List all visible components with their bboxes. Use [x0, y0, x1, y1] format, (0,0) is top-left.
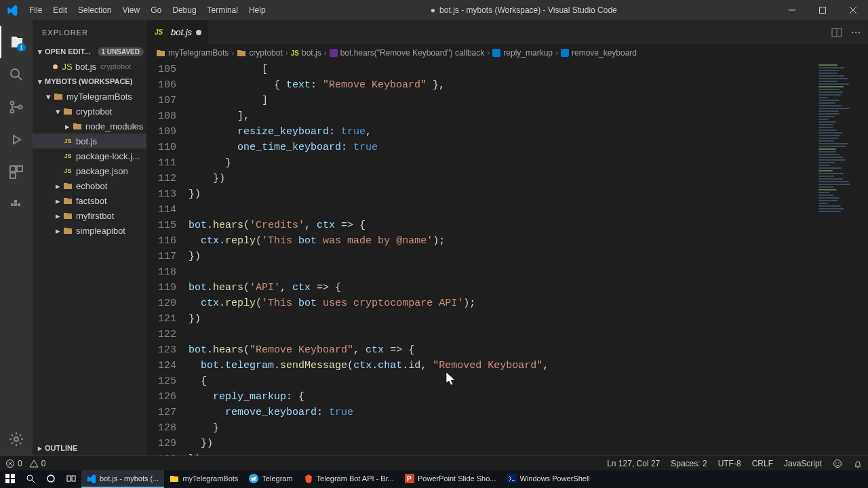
close-button[interactable] [837, 0, 868, 20]
breadcrumb[interactable]: myTelegramBots›cryptobot›JSbot.js›bot.he… [146, 44, 868, 62]
breadcrumb-icon [492, 49, 500, 57]
svg-point-22 [835, 462, 837, 464]
code-editor[interactable]: 105 106 107 108 109 110 111 112 113 114 … [146, 62, 868, 455]
svg-rect-5 [10, 166, 16, 171]
menu-go[interactable]: Go [145, 1, 167, 19]
code-content[interactable]: [ { text: "Remove Keyboard" }, ] ], resi… [189, 62, 814, 455]
breadcrumb-item[interactable]: reply_markup [492, 48, 553, 58]
taskbar-item[interactable] [61, 470, 81, 488]
taskbar-item[interactable]: Telegram [243, 470, 298, 488]
chevron-icon: ▸ [53, 211, 62, 221]
settings-gear-icon[interactable] [0, 423, 33, 455]
taskbar-item[interactable]: Telegram Bot API - Br... [298, 470, 399, 488]
chevron-icon: ▾ [43, 92, 53, 102]
modified-dot-icon: ● [431, 5, 435, 15]
open-editor-item[interactable]: JS bot.js cryptobot [33, 59, 146, 74]
menu-terminal[interactable]: Terminal [202, 1, 243, 19]
tree-folder[interactable]: ▾myTelegramBots [33, 89, 146, 104]
explorer-sidebar: EXPLORER ▾ OPEN EDIT... 1 UNSAVED JS bot… [33, 20, 146, 455]
breadcrumb-item[interactable]: JSbot.js [291, 48, 321, 58]
js-file-icon: JS [62, 138, 73, 144]
svg-point-29 [47, 475, 54, 482]
debug-activity-icon[interactable] [0, 123, 33, 156]
activity-badge: 1 [17, 43, 26, 52]
tree-folder[interactable]: ▸echobot [33, 178, 146, 193]
status-line-col[interactable]: Ln 127, Col 27 [607, 459, 660, 468]
window-title: ● bot.js - mybots (Workspace) - Visual S… [271, 5, 776, 15]
status-warnings[interactable]: 0 [29, 459, 46, 468]
folder-icon [170, 474, 179, 483]
taskbar-item[interactable] [20, 470, 41, 488]
tree-file[interactable]: JSbot.js [33, 134, 146, 148]
cortana-icon [46, 474, 56, 483]
split-editor-icon[interactable] [831, 27, 842, 38]
svg-rect-35 [507, 474, 517, 483]
open-editors-header[interactable]: ▾ OPEN EDIT... 1 UNSAVED [33, 44, 146, 59]
chevron-down-icon: ▾ [35, 47, 45, 56]
svg-rect-9 [14, 203, 17, 206]
tree-folder[interactable]: ▸simpleapibot [33, 223, 146, 238]
menu-edit[interactable]: Edit [47, 1, 73, 19]
taskbar-item[interactable]: bot.js - mybots (... [81, 470, 164, 488]
status-bell-icon[interactable] [853, 459, 863, 468]
tab-bot-js[interactable]: JS bot.js [146, 20, 209, 44]
taskbar-item[interactable]: myTelegramBots [164, 470, 243, 488]
file-tree: ▾myTelegramBots▾cryptobot▸node_modulesJS… [33, 89, 146, 238]
taskbar-item[interactable]: Windows PowerShell [502, 470, 595, 488]
taskbar-item[interactable]: PPowerPoint Slide Sho... [399, 470, 502, 488]
breadcrumb-separator-icon: › [487, 48, 490, 58]
menu-debug[interactable]: Debug [167, 1, 201, 19]
menu-help[interactable]: Help [243, 1, 271, 19]
explorer-activity-icon[interactable]: 1 [0, 26, 33, 58]
windows-taskbar: bot.js - mybots (...myTelegramBotsTelegr… [0, 470, 868, 488]
menu-selection[interactable]: Selection [73, 1, 117, 19]
chevron-icon: ▸ [62, 121, 72, 131]
chevron-icon: ▸ [53, 196, 62, 206]
chevron-right-icon: ▸ [35, 444, 45, 453]
menu-file[interactable]: File [24, 1, 47, 19]
extensions-activity-icon[interactable] [0, 156, 33, 188]
menu-view[interactable]: View [117, 1, 145, 19]
breadcrumb-icon [561, 49, 569, 57]
folder-icon [53, 92, 64, 101]
minimap[interactable] [814, 62, 868, 455]
breadcrumb-icon [330, 49, 338, 57]
maximize-button[interactable] [807, 0, 837, 20]
status-spaces[interactable]: Spaces: 2 [671, 459, 707, 468]
status-feedback-icon[interactable] [833, 459, 842, 468]
status-eol[interactable]: CRLF [752, 459, 773, 468]
tree-file[interactable]: JSpackage-lock.j... [33, 148, 146, 163]
more-actions-icon[interactable] [850, 27, 861, 38]
search-icon [26, 474, 35, 483]
tree-folder[interactable]: ▾cryptobot [33, 104, 146, 119]
brave-icon [304, 474, 313, 483]
svg-point-14 [852, 31, 854, 33]
explorer-title: EXPLORER [33, 20, 146, 44]
taskbar-item[interactable] [41, 470, 61, 488]
vscode-icon [87, 474, 96, 483]
source-control-activity-icon[interactable] [0, 91, 33, 123]
tree-file[interactable]: JSpackage.json [33, 163, 146, 178]
svg-text:P: P [407, 475, 412, 483]
svg-rect-11 [18, 203, 20, 206]
minimize-button[interactable] [776, 0, 807, 20]
workspace-header[interactable]: ▾ MYBOTS (WORKSPACE) [33, 74, 146, 89]
breadcrumb-item[interactable]: cryptobot [237, 48, 282, 58]
breadcrumb-item[interactable]: myTelegramBots [156, 48, 229, 58]
status-language[interactable]: JavaScript [784, 459, 822, 468]
breadcrumb-item[interactable]: remove_keyboard [561, 48, 637, 58]
tree-folder[interactable]: ▸factsbot [33, 193, 146, 208]
tree-folder[interactable]: ▸myfirstbot [33, 208, 146, 223]
status-errors[interactable]: 0 [5, 459, 22, 468]
search-activity-icon[interactable] [0, 58, 33, 91]
docker-activity-icon[interactable] [0, 188, 33, 221]
svg-rect-24 [5, 474, 9, 478]
svg-point-23 [838, 462, 840, 464]
breadcrumb-item[interactable]: bot.hears("Remove Keyboard") callback [330, 48, 485, 58]
status-encoding[interactable]: UTF-8 [718, 459, 741, 468]
taskbar-item[interactable] [0, 470, 20, 488]
outline-header[interactable]: ▸ OUTLINE [33, 441, 146, 455]
tree-folder[interactable]: ▸node_modules [33, 119, 146, 134]
title-bar: File Edit Selection View Go Debug Termin… [0, 0, 868, 20]
modified-dot-icon [53, 64, 58, 69]
